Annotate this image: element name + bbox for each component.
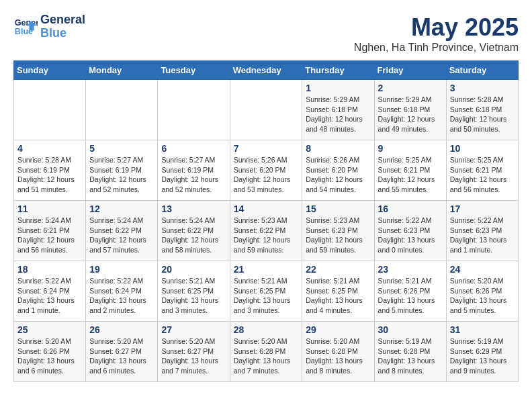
day-number: 22 xyxy=(306,264,370,275)
day-number: 1 xyxy=(306,83,370,93)
day-number: 26 xyxy=(89,324,154,335)
calendar-cell: 16Sunrise: 5:22 AM Sunset: 6:23 PM Dayli… xyxy=(374,201,446,261)
day-number: 25 xyxy=(17,324,82,335)
week-row-5: 25Sunrise: 5:20 AM Sunset: 6:26 PM Dayli… xyxy=(14,322,519,382)
day-info: Sunrise: 5:22 AM Sunset: 6:23 PM Dayligh… xyxy=(450,216,515,255)
calendar-cell: 1Sunrise: 5:29 AM Sunset: 6:18 PM Daylig… xyxy=(302,80,374,140)
calendar-cell: 2Sunrise: 5:29 AM Sunset: 6:18 PM Daylig… xyxy=(374,80,446,140)
day-info: Sunrise: 5:22 AM Sunset: 6:24 PM Dayligh… xyxy=(89,276,154,316)
day-info: Sunrise: 5:25 AM Sunset: 6:21 PM Dayligh… xyxy=(378,155,443,195)
day-info: Sunrise: 5:28 AM Sunset: 6:18 PM Dayligh… xyxy=(450,95,515,134)
calendar-cell: 3Sunrise: 5:28 AM Sunset: 6:18 PM Daylig… xyxy=(446,80,518,140)
day-number: 23 xyxy=(378,264,443,275)
day-header-row: SundayMondayTuesdayWednesdayThursdayFrid… xyxy=(14,61,519,80)
day-info: Sunrise: 5:26 AM Sunset: 6:20 PM Dayligh… xyxy=(306,155,370,195)
day-info: Sunrise: 5:20 AM Sunset: 6:27 PM Dayligh… xyxy=(89,336,154,376)
day-info: Sunrise: 5:26 AM Sunset: 6:20 PM Dayligh… xyxy=(234,155,299,195)
day-header-sunday: Sunday xyxy=(14,61,86,80)
day-info: Sunrise: 5:27 AM Sunset: 6:19 PM Dayligh… xyxy=(161,155,226,195)
calendar-title: May 2025 xyxy=(354,13,519,42)
day-info: Sunrise: 5:24 AM Sunset: 6:22 PM Dayligh… xyxy=(161,216,226,255)
calendar-cell: 20Sunrise: 5:21 AM Sunset: 6:25 PM Dayli… xyxy=(158,261,230,322)
logo: General Blue General Blue xyxy=(13,13,85,40)
day-info: Sunrise: 5:27 AM Sunset: 6:19 PM Dayligh… xyxy=(89,155,154,195)
day-number: 4 xyxy=(17,143,82,154)
day-number: 21 xyxy=(234,264,299,275)
day-info: Sunrise: 5:29 AM Sunset: 6:18 PM Dayligh… xyxy=(306,95,370,134)
calendar-cell: 22Sunrise: 5:21 AM Sunset: 6:25 PM Dayli… xyxy=(302,261,374,322)
day-number: 19 xyxy=(89,264,154,275)
calendar-cell: 27Sunrise: 5:20 AM Sunset: 6:27 PM Dayli… xyxy=(158,322,230,382)
calendar-cell: 18Sunrise: 5:22 AM Sunset: 6:24 PM Dayli… xyxy=(14,261,86,322)
day-info: Sunrise: 5:29 AM Sunset: 6:18 PM Dayligh… xyxy=(378,95,443,134)
calendar-cell: 29Sunrise: 5:20 AM Sunset: 6:28 PM Dayli… xyxy=(302,322,374,382)
calendar-cell: 4Sunrise: 5:28 AM Sunset: 6:19 PM Daylig… xyxy=(14,140,86,201)
day-number: 3 xyxy=(450,83,515,93)
calendar-cell: 17Sunrise: 5:22 AM Sunset: 6:23 PM Dayli… xyxy=(446,201,518,261)
day-number: 9 xyxy=(378,143,443,154)
day-number: 31 xyxy=(450,324,515,335)
day-number: 10 xyxy=(450,143,515,154)
day-info: Sunrise: 5:21 AM Sunset: 6:26 PM Dayligh… xyxy=(378,276,443,316)
calendar-cell: 10Sunrise: 5:25 AM Sunset: 6:21 PM Dayli… xyxy=(446,140,518,201)
day-header-monday: Monday xyxy=(86,61,158,80)
calendar-cell xyxy=(158,80,230,140)
calendar-cell: 11Sunrise: 5:24 AM Sunset: 6:21 PM Dayli… xyxy=(14,201,86,261)
day-info: Sunrise: 5:23 AM Sunset: 6:22 PM Dayligh… xyxy=(234,216,299,255)
calendar-cell: 15Sunrise: 5:23 AM Sunset: 6:23 PM Dayli… xyxy=(302,201,374,261)
day-header-saturday: Saturday xyxy=(446,61,518,80)
day-number: 13 xyxy=(161,203,226,214)
day-info: Sunrise: 5:20 AM Sunset: 6:26 PM Dayligh… xyxy=(450,276,515,316)
calendar-cell: 14Sunrise: 5:23 AM Sunset: 6:22 PM Dayli… xyxy=(230,201,302,261)
day-header-tuesday: Tuesday xyxy=(158,61,230,80)
day-header-friday: Friday xyxy=(374,61,446,80)
calendar-subtitle: Nghen, Ha Tinh Province, Vietnam xyxy=(354,42,519,54)
day-info: Sunrise: 5:22 AM Sunset: 6:24 PM Dayligh… xyxy=(17,276,82,316)
day-info: Sunrise: 5:19 AM Sunset: 6:29 PM Dayligh… xyxy=(450,336,515,376)
calendar-cell: 21Sunrise: 5:21 AM Sunset: 6:25 PM Dayli… xyxy=(230,261,302,322)
calendar-cell: 9Sunrise: 5:25 AM Sunset: 6:21 PM Daylig… xyxy=(374,140,446,201)
calendar-cell: 31Sunrise: 5:19 AM Sunset: 6:29 PM Dayli… xyxy=(446,322,518,382)
calendar-cell: 26Sunrise: 5:20 AM Sunset: 6:27 PM Dayli… xyxy=(86,322,158,382)
calendar-cell: 13Sunrise: 5:24 AM Sunset: 6:22 PM Dayli… xyxy=(158,201,230,261)
calendar-cell: 7Sunrise: 5:26 AM Sunset: 6:20 PM Daylig… xyxy=(230,140,302,201)
day-number: 11 xyxy=(17,203,82,214)
day-number: 16 xyxy=(378,203,443,214)
week-row-1: 1Sunrise: 5:29 AM Sunset: 6:18 PM Daylig… xyxy=(14,80,519,140)
day-number: 6 xyxy=(161,143,226,154)
day-number: 2 xyxy=(378,83,443,93)
day-info: Sunrise: 5:19 AM Sunset: 6:28 PM Dayligh… xyxy=(378,336,443,376)
day-info: Sunrise: 5:20 AM Sunset: 6:27 PM Dayligh… xyxy=(161,336,226,376)
day-info: Sunrise: 5:20 AM Sunset: 6:26 PM Dayligh… xyxy=(17,336,82,376)
day-number: 20 xyxy=(161,264,226,275)
day-number: 5 xyxy=(89,143,154,154)
day-number: 28 xyxy=(234,324,299,335)
day-info: Sunrise: 5:21 AM Sunset: 6:25 PM Dayligh… xyxy=(306,276,370,316)
day-info: Sunrise: 5:28 AM Sunset: 6:19 PM Dayligh… xyxy=(17,155,82,195)
calendar-cell: 28Sunrise: 5:20 AM Sunset: 6:28 PM Dayli… xyxy=(230,322,302,382)
calendar-cell: 30Sunrise: 5:19 AM Sunset: 6:28 PM Dayli… xyxy=(374,322,446,382)
calendar-cell xyxy=(230,80,302,140)
day-number: 18 xyxy=(17,264,82,275)
calendar-cell xyxy=(14,80,86,140)
calendar-cell: 5Sunrise: 5:27 AM Sunset: 6:19 PM Daylig… xyxy=(86,140,158,201)
week-row-3: 11Sunrise: 5:24 AM Sunset: 6:21 PM Dayli… xyxy=(14,201,519,261)
logo-text: General Blue xyxy=(40,13,85,40)
day-header-wednesday: Wednesday xyxy=(230,61,302,80)
day-info: Sunrise: 5:24 AM Sunset: 6:22 PM Dayligh… xyxy=(89,216,154,255)
day-number: 15 xyxy=(306,203,370,214)
day-number: 14 xyxy=(234,203,299,214)
day-info: Sunrise: 5:20 AM Sunset: 6:28 PM Dayligh… xyxy=(234,336,299,376)
calendar-cell: 12Sunrise: 5:24 AM Sunset: 6:22 PM Dayli… xyxy=(86,201,158,261)
calendar-cell: 19Sunrise: 5:22 AM Sunset: 6:24 PM Dayli… xyxy=(86,261,158,322)
day-header-thursday: Thursday xyxy=(302,61,374,80)
calendar-cell: 23Sunrise: 5:21 AM Sunset: 6:26 PM Dayli… xyxy=(374,261,446,322)
week-row-2: 4Sunrise: 5:28 AM Sunset: 6:19 PM Daylig… xyxy=(14,140,519,201)
calendar-cell xyxy=(86,80,158,140)
day-info: Sunrise: 5:22 AM Sunset: 6:23 PM Dayligh… xyxy=(378,216,443,255)
week-row-4: 18Sunrise: 5:22 AM Sunset: 6:24 PM Dayli… xyxy=(14,261,519,322)
calendar-cell: 24Sunrise: 5:20 AM Sunset: 6:26 PM Dayli… xyxy=(446,261,518,322)
calendar-cell: 25Sunrise: 5:20 AM Sunset: 6:26 PM Dayli… xyxy=(14,322,86,382)
day-number: 24 xyxy=(450,264,515,275)
day-number: 8 xyxy=(306,143,370,154)
